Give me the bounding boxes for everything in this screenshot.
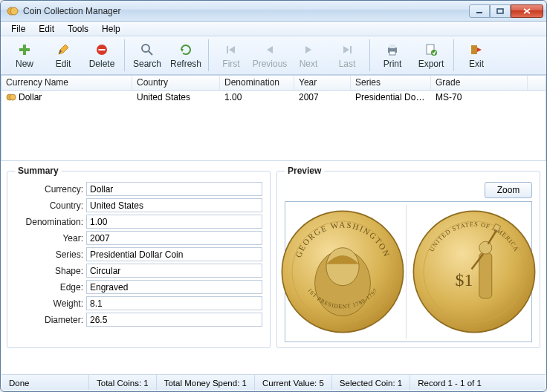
refresh-button[interactable]: Refresh <box>166 41 205 71</box>
statusbar: Done Total Coins: 1 Total Money Spend: 1… <box>1 374 546 391</box>
menubar: File Edit Tools Help <box>1 22 546 36</box>
svg-rect-15 <box>227 46 228 53</box>
table-header: Currency Name Country Denomination Year … <box>1 76 546 91</box>
export-icon <box>424 42 438 57</box>
label-shape: Shape: <box>15 264 83 278</box>
edit-button[interactable]: Edit <box>44 41 82 71</box>
field-weight[interactable] <box>86 296 262 310</box>
search-icon <box>140 42 155 57</box>
search-label: Search <box>133 59 161 69</box>
next-button[interactable]: Next <box>289 41 328 71</box>
minimize-button[interactable] <box>469 4 490 18</box>
svg-rect-11 <box>99 49 106 50</box>
toolbar-separator <box>208 39 209 71</box>
window-controls <box>469 4 543 18</box>
field-year[interactable] <box>86 231 262 245</box>
last-label: Last <box>339 59 356 69</box>
svg-point-29 <box>10 94 16 100</box>
previous-label: Previous <box>253 59 288 69</box>
previous-icon <box>262 42 277 57</box>
app-icon <box>7 5 19 17</box>
first-label: First <box>222 59 239 69</box>
label-denomination: Denomination: <box>15 215 83 229</box>
field-series[interactable] <box>86 247 262 261</box>
coin-icon <box>6 92 16 102</box>
export-label: Export <box>418 59 444 69</box>
label-country: Country: <box>15 198 83 212</box>
svg-rect-7 <box>19 48 30 51</box>
header-denomination[interactable]: Denomination <box>220 76 294 90</box>
cell-denomination: 1.00 <box>220 91 294 103</box>
svg-rect-3 <box>497 9 503 13</box>
field-currency[interactable] <box>86 182 262 196</box>
menu-tools[interactable]: Tools <box>62 22 94 36</box>
search-button[interactable]: Search <box>128 41 166 71</box>
header-country[interactable]: Country <box>132 76 220 90</box>
last-icon <box>340 42 355 57</box>
status-total-coins: Total Coins: 1 <box>89 375 157 391</box>
coin-table: Currency Name Country Denomination Year … <box>1 75 546 161</box>
svg-point-36 <box>413 211 534 332</box>
svg-line-13 <box>149 51 152 55</box>
previous-button[interactable]: Previous <box>250 41 289 71</box>
menu-edit[interactable]: Edit <box>33 22 60 36</box>
cell-series: Presidential Doll... <box>351 91 431 103</box>
preview-image-box: GEORGE WASHINGTON 1ST PRESIDENT 1789-179… <box>285 201 532 342</box>
toolbar-separator <box>453 39 454 71</box>
svg-rect-39 <box>479 253 492 298</box>
header-grade[interactable]: Grade <box>431 76 528 90</box>
field-edge[interactable] <box>86 280 262 294</box>
status-current-value: Current Value: 5 <box>255 375 332 391</box>
svg-rect-23 <box>389 51 395 55</box>
zoom-button[interactable]: Zoom <box>485 182 532 198</box>
field-denomination[interactable] <box>86 215 262 229</box>
field-diameter[interactable] <box>86 313 262 327</box>
svg-rect-20 <box>350 46 352 53</box>
svg-marker-18 <box>305 46 311 53</box>
table-row[interactable]: Dollar United States 1.00 2007 President… <box>1 91 546 104</box>
print-button[interactable]: Print <box>373 41 412 71</box>
svg-point-34 <box>326 248 359 286</box>
refresh-icon <box>178 42 193 57</box>
label-year: Year: <box>15 231 83 245</box>
header-year[interactable]: Year <box>294 76 351 90</box>
last-button[interactable]: Last <box>328 41 366 71</box>
menu-help[interactable]: Help <box>96 22 126 36</box>
window-titlebar: Coin Collection Manager <box>1 1 546 22</box>
print-label: Print <box>383 59 402 69</box>
preview-title: Preview <box>285 166 324 176</box>
cell-country: United States <box>132 91 220 103</box>
window-title: Coin Collection Manager <box>23 6 469 16</box>
printer-icon <box>385 42 400 57</box>
header-series[interactable]: Series <box>351 76 431 90</box>
status-record: Record 1 - 1 of 1 <box>410 375 546 391</box>
delete-icon <box>94 42 109 57</box>
svg-point-40 <box>479 241 492 254</box>
exit-button[interactable]: Exit <box>457 41 496 71</box>
svg-marker-17 <box>267 46 273 53</box>
next-icon <box>301 42 316 57</box>
svg-point-1 <box>10 7 18 15</box>
maximize-button[interactable] <box>490 4 511 18</box>
summary-panel: Summary Currency: Country: Denomination:… <box>7 166 271 348</box>
next-label: Next <box>300 59 318 69</box>
export-button[interactable]: Export <box>412 41 450 71</box>
svg-marker-27 <box>477 48 482 52</box>
status-done: Done <box>1 375 89 391</box>
exit-label: Exit <box>469 59 484 69</box>
close-button[interactable] <box>511 4 543 18</box>
toolbar: New Edit Delete Search Refresh First Pre… <box>1 36 546 75</box>
plus-icon <box>17 42 32 57</box>
svg-rect-2 <box>476 12 482 13</box>
refresh-label: Refresh <box>170 59 201 69</box>
field-country[interactable] <box>86 198 262 212</box>
svg-marker-19 <box>343 46 349 53</box>
label-weight: Weight: <box>15 296 83 310</box>
first-button[interactable]: First <box>212 41 250 71</box>
field-shape[interactable] <box>86 264 262 278</box>
header-currency-name[interactable]: Currency Name <box>1 76 132 90</box>
delete-button[interactable]: Delete <box>82 41 121 71</box>
new-button[interactable]: New <box>5 41 44 71</box>
edit-label: Edit <box>56 59 71 69</box>
menu-file[interactable]: File <box>5 22 31 36</box>
